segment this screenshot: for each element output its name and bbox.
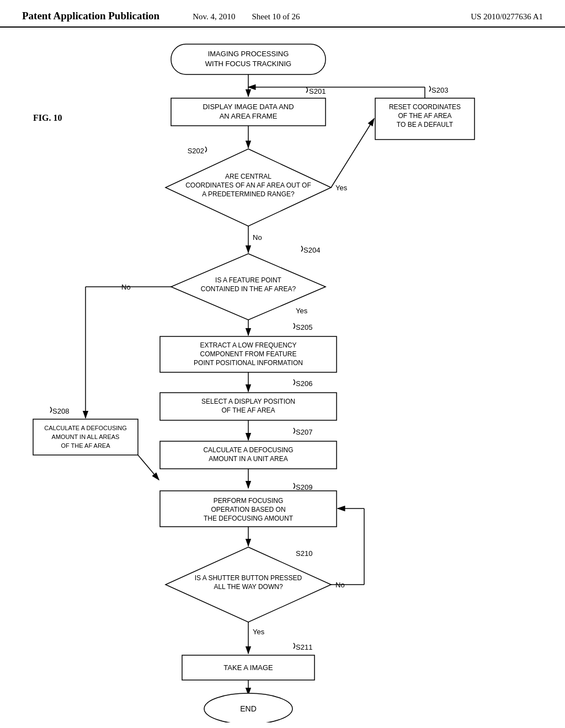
s203-box-line2: OF THE AF AREA bbox=[398, 112, 451, 120]
s207-box-line2: AMOUNT IN A UNIT AREA bbox=[209, 455, 288, 463]
s203-label: S203 bbox=[431, 86, 448, 94]
patent-number: US 2010/0277636 A1 bbox=[317, 12, 543, 22]
sheet-number: Sheet 10 of 26 bbox=[252, 12, 300, 22]
s209-box-line1: PERFORM FOCUSING bbox=[214, 497, 284, 505]
flowchart-svg: IMAGING PROCESSING WITH FOCUS TRACKINIG … bbox=[0, 28, 565, 722]
s202-label: S202 bbox=[188, 147, 204, 155]
page-header: Patent Application Publication Nov. 4, 2… bbox=[0, 0, 565, 28]
end-label: END bbox=[240, 704, 257, 713]
s204-diamond-line1: IS A FEATURE POINT bbox=[215, 276, 281, 284]
s211-box: TAKE A IMAGE bbox=[223, 663, 273, 672]
s208-box-line1: CALCULATE A DEFOCUSING bbox=[44, 425, 127, 431]
s205-box-line3: POINT POSITIONAL INFORMATION bbox=[194, 359, 303, 367]
s208-box-line2: AMOUNT IN ALL AREAS bbox=[52, 433, 120, 440]
diagram-area: FIG. 10 IMAGING PROCESSING WITH FOCUS TR… bbox=[0, 28, 565, 722]
s210-diamond-line1: IS A SHUTTER BUTTON PRESSED bbox=[195, 574, 302, 582]
s203-box-line1: RESET COORDINATES bbox=[389, 103, 461, 111]
s204-diamond-line2: CONTAINED IN THE AF AREA? bbox=[201, 285, 296, 293]
s209-box-line3: THE DEFOCUSING AMOUNT bbox=[204, 515, 294, 522]
yes-s202-label: Yes bbox=[335, 184, 348, 192]
s203-box-line3: TO BE A DEFAULT bbox=[397, 121, 454, 129]
start-label-line1: IMAGING PROCESSING bbox=[208, 50, 289, 58]
s206-box-line1: SELECT A DISPLAY POSITION bbox=[201, 398, 295, 405]
s202-diamond-line2: COORDINATES OF AN AF AREA OUT OF bbox=[185, 181, 311, 189]
s205-box-line2: COMPONENT FROM FEATURE bbox=[200, 350, 297, 358]
s207-label: S207 bbox=[296, 428, 312, 436]
s210-diamond-line2: ALL THE WAY DOWN? bbox=[214, 583, 282, 591]
s202-diamond-line3: A PREDETERMINED RANGE? bbox=[202, 190, 295, 198]
s205-label: S205 bbox=[296, 323, 312, 331]
s206-box-line2: OF THE AF AREA bbox=[221, 406, 275, 414]
no-s202-label: No bbox=[253, 233, 262, 242]
svg-line-21 bbox=[138, 455, 159, 480]
s209-label: S209 bbox=[296, 483, 312, 491]
s206-label: S206 bbox=[296, 379, 312, 388]
s202-diamond-line1: ARE CENTRAL bbox=[225, 173, 271, 180]
start-label-line2: WITH FOCUS TRACKINIG bbox=[205, 60, 291, 68]
s205-box-line1: EXTRACT A LOW FREQUENCY bbox=[200, 341, 296, 349]
s201-box-line1: DISPLAY IMAGE DATA AND bbox=[202, 103, 294, 111]
yes-s210-label: Yes bbox=[253, 628, 265, 636]
s201-label: S201 bbox=[309, 87, 326, 95]
yes-s204-label: Yes bbox=[296, 307, 308, 315]
s201-box-line2: AN AREA FRAME bbox=[220, 112, 278, 120]
s211-label: S211 bbox=[296, 643, 312, 651]
s207-box-line1: CALCULATE A DEFOCUSING bbox=[203, 446, 293, 454]
s204-label: S204 bbox=[303, 246, 320, 254]
svg-line-7 bbox=[331, 119, 374, 188]
s208-box-line3: OF THE AF AREA bbox=[61, 442, 110, 449]
s209-box-line2: OPERATION BASED ON bbox=[211, 506, 285, 513]
publication-date: Nov. 4, 2010 bbox=[193, 12, 235, 22]
s208-label: S208 bbox=[52, 407, 69, 415]
s210-label: S210 bbox=[296, 549, 312, 558]
publication-title: Patent Application Publication bbox=[22, 10, 159, 22]
